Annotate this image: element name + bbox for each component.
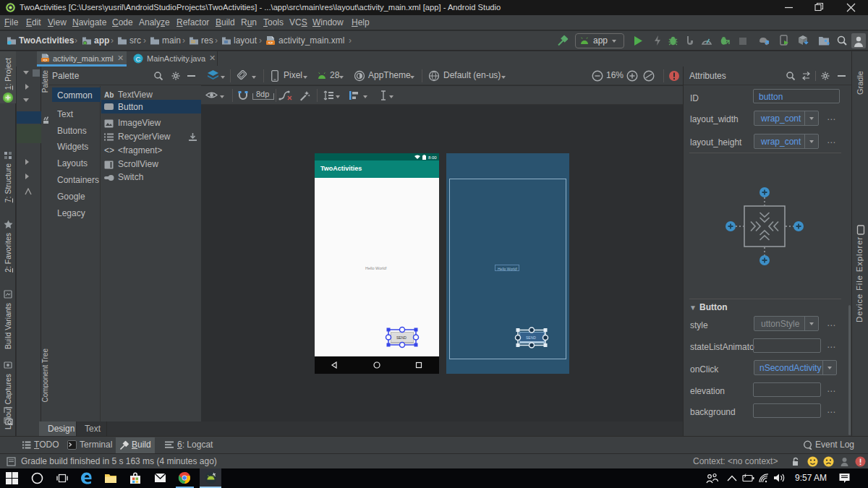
svg-text:8:00: 8:00 <box>428 155 437 160</box>
svg-text:<>: <> <box>268 40 273 45</box>
svg-text:C: C <box>136 55 141 63</box>
svg-text:<>: <> <box>43 58 48 62</box>
svg-text:Ab: Ab <box>104 91 114 99</box>
